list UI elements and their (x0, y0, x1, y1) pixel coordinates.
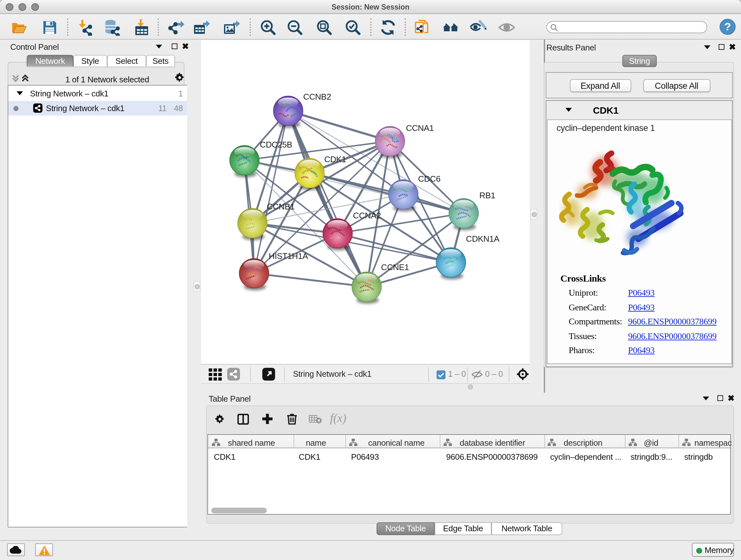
svg-text:CCNB2: CCNB2 (303, 92, 331, 102)
svg-text:CDK1: CDK1 (324, 154, 346, 164)
svg-text:CDC6: CDC6 (418, 174, 441, 184)
svg-text:HIST1H1A: HIST1H1A (269, 251, 308, 261)
svg-text:CCNA1: CCNA1 (406, 123, 434, 133)
svg-text:CCNA2: CCNA2 (353, 211, 381, 220)
svg-text:RB1: RB1 (479, 191, 495, 200)
svg-text:CDC25B: CDC25B (260, 140, 292, 149)
svg-text:CCNB1: CCNB1 (267, 202, 294, 211)
svg-text:?: ? (724, 20, 731, 33)
svg-text:CCNE1: CCNE1 (381, 262, 409, 272)
svg-text:CDKN1A: CDKN1A (466, 234, 499, 244)
